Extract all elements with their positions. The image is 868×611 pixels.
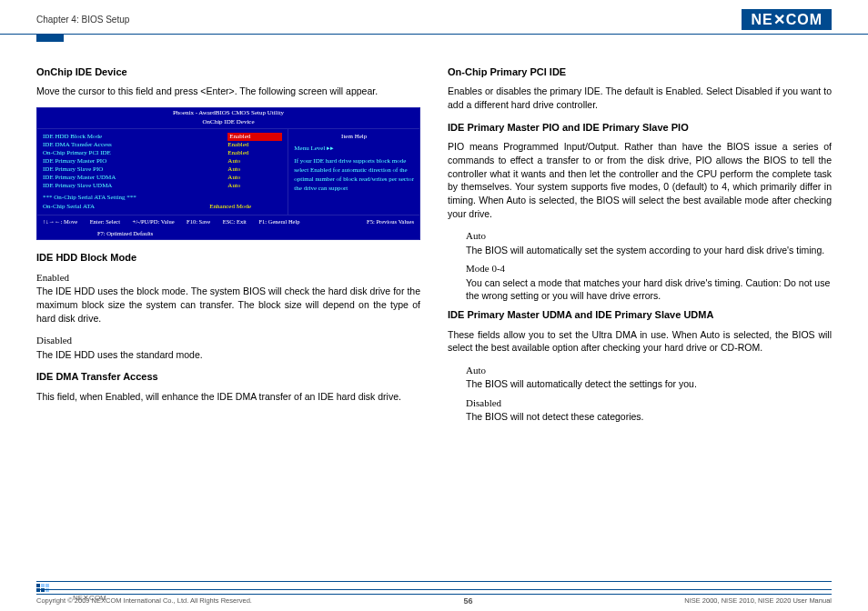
bios-item-help: Item Help <box>294 133 414 142</box>
footer: NE✕COM Copyright © 2009 NEXCOM Internati… <box>36 581 832 606</box>
opt-auto2: Auto <box>466 364 832 377</box>
opt-disabled2: Disabled <box>466 396 832 410</box>
para: Move the cursor to this field and press … <box>36 85 420 98</box>
bios-row: IDE DMA Transfer AccessEnabled <box>43 141 282 149</box>
bios-key-esc: ESC: Exit <box>223 217 247 225</box>
para: PIO means Programmed Input/Output. Rathe… <box>448 140 832 220</box>
heading-pio: IDE Primary Master PIO and IDE Primary S… <box>448 121 832 135</box>
bios-key-f10: F10: Save <box>187 217 210 225</box>
bios-title2: OnChip IDE Device <box>37 118 419 127</box>
bios-screenshot: Phoenix - AwardBIOS CMOS Setup Utility O… <box>36 107 420 240</box>
bios-key-f5: F5: Previous Values <box>367 217 414 225</box>
right-column: On-Chip Primary PCI IDE Enables or disab… <box>448 60 832 429</box>
bios-row: IDE Primary Slave UDMAAuto <box>43 182 282 190</box>
bios-row: On-Chip Primary PCI IDEEnabled <box>43 149 282 157</box>
bios-row: IDE Primary Slave PIOAuto <box>43 165 282 174</box>
opt-enabled: Enabled <box>36 271 420 285</box>
heading-onchip-ide: OnChip IDE Device <box>36 65 420 79</box>
bios-row: IDE Primary Master PIOAuto <box>43 157 282 165</box>
para: The IDE HDD uses the block mode. The sys… <box>36 285 420 325</box>
opt-mode04: Mode 0-4 <box>466 262 832 275</box>
para: Enables or disables the primary IDE. The… <box>448 85 832 111</box>
left-column: OnChip IDE Device Move the cursor to thi… <box>36 60 420 429</box>
bios-key-pupd: +/-/PU/PD: Value <box>133 217 175 225</box>
para: The IDE HDD uses the standard mode. <box>36 348 420 362</box>
heading-udma: IDE Primary Master UDMA and IDE Primary … <box>448 308 832 322</box>
para: The BIOS will not detect these categorie… <box>466 410 832 424</box>
bios-row: IDE HDD Block ModeEnabled <box>43 133 282 141</box>
heading-block-mode: IDE HDD Block Mode <box>36 251 420 265</box>
para: The BIOS will automatically set the syst… <box>466 244 832 257</box>
para: You can select a mode that matches your … <box>466 276 832 303</box>
bios-help-text: If your IDE hard drive supports block mo… <box>294 157 414 193</box>
bios-title1: Phoenix - AwardBIOS CMOS Setup Utility <box>37 109 419 118</box>
bios-key-enter: Enter: Select <box>90 217 120 225</box>
para: The BIOS will automatically detect the s… <box>466 377 832 391</box>
bios-menu-level: Menu Level ▸▸ <box>294 145 414 154</box>
header-tab <box>36 35 64 42</box>
opt-disabled: Disabled <box>36 334 420 347</box>
bios-row: IDE Primary Master UDMAAuto <box>43 174 282 182</box>
heading-pci-ide: On-Chip Primary PCI IDE <box>448 65 832 79</box>
bios-key-move: ↑↓→←: Move <box>43 217 77 225</box>
opt-auto: Auto <box>466 229 832 243</box>
chapter-label: Chapter 4: BIOS Setup <box>36 15 129 25</box>
para: This field, when Enabled, will enhance t… <box>36 390 420 404</box>
para: These fields allow you to set the Ultra … <box>448 328 832 355</box>
logo-footer: NE✕COM <box>36 589 832 606</box>
logo-top: NE✕COM <box>742 9 832 30</box>
bios-key-f1: F1: General Help <box>258 217 299 225</box>
bios-key-f7: F7: Optimized Defaults <box>97 229 153 237</box>
heading-dma-access: IDE DMA Transfer Access <box>36 370 420 384</box>
